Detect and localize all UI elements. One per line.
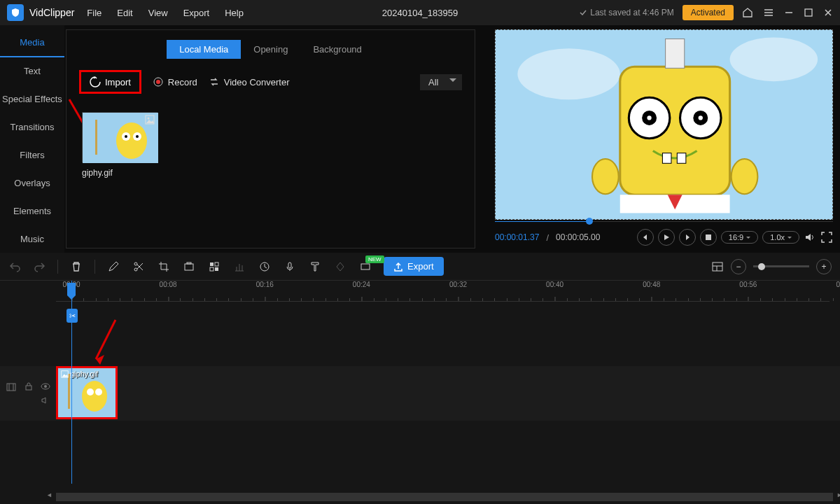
ruler-tick: 00:16 bbox=[256, 281, 274, 288]
sidebar-item-filters[interactable]: Filters bbox=[0, 141, 64, 169]
tab-opening[interactable]: Opening bbox=[241, 40, 300, 59]
activated-badge[interactable]: Activated bbox=[682, 5, 734, 20]
svg-point-13 bbox=[517, 48, 620, 99]
keyframe-tool[interactable] bbox=[333, 260, 347, 274]
svg-point-29 bbox=[134, 268, 137, 271]
close-icon[interactable] bbox=[823, 8, 833, 18]
svg-rect-42 bbox=[26, 386, 31, 390]
image-badge-icon bbox=[145, 115, 155, 125]
import-icon bbox=[90, 76, 101, 88]
main-menu: File Edit View Export Help bbox=[87, 8, 244, 18]
redo-button[interactable] bbox=[32, 260, 46, 274]
voiceover-tool[interactable] bbox=[283, 260, 297, 274]
speed-dropdown[interactable]: 1.0x bbox=[762, 231, 799, 244]
hamburger-icon[interactable] bbox=[763, 7, 774, 18]
media-filter-dropdown[interactable]: All bbox=[420, 74, 462, 90]
playhead-line bbox=[71, 281, 72, 484]
sidebar-item-effects[interactable]: Special Effects bbox=[0, 85, 64, 113]
svg-rect-40 bbox=[713, 262, 722, 271]
stop-button[interactable] bbox=[700, 229, 717, 246]
maximize-icon[interactable] bbox=[804, 8, 813, 18]
split-tool[interactable] bbox=[132, 260, 146, 274]
edit-tool[interactable] bbox=[106, 260, 120, 274]
view-mode-icon[interactable] bbox=[711, 260, 724, 273]
import-button[interactable]: Import bbox=[79, 70, 141, 94]
crop-tool[interactable] bbox=[157, 260, 171, 274]
svg-point-14 bbox=[730, 37, 818, 81]
ruler-tick: 00:40 bbox=[546, 281, 564, 288]
duration-tool[interactable] bbox=[258, 260, 272, 274]
sidebar-item-overlays[interactable]: Overlays bbox=[0, 169, 64, 197]
ruler-tick: 00:32 bbox=[449, 281, 467, 288]
export-button[interactable]: Export bbox=[384, 257, 444, 276]
svg-rect-32 bbox=[187, 262, 191, 264]
step-back-button[interactable] bbox=[637, 229, 654, 246]
sidebar-item-media[interactable]: Media bbox=[0, 29, 64, 57]
preview-scrubber[interactable] bbox=[495, 221, 833, 222]
minimize-icon[interactable] bbox=[784, 8, 794, 18]
eye-icon[interactable] bbox=[41, 382, 50, 391]
fullscreen-icon[interactable] bbox=[820, 231, 833, 244]
menu-edit[interactable]: Edit bbox=[117, 8, 132, 18]
sidebar-item-music[interactable]: Music bbox=[0, 225, 64, 253]
home-icon[interactable] bbox=[742, 7, 753, 18]
sidebar-item-text[interactable]: Text bbox=[0, 57, 64, 85]
record-button[interactable]: Record bbox=[153, 76, 197, 88]
svg-rect-9 bbox=[95, 120, 97, 155]
sidebar: Media Text Special Effects Transitions F… bbox=[0, 25, 64, 253]
svg-point-11 bbox=[148, 118, 150, 120]
zoom-in-button[interactable]: + bbox=[816, 259, 832, 274]
menu-export[interactable]: Export bbox=[183, 8, 210, 18]
svg-point-21 bbox=[699, 115, 703, 120]
svg-rect-23 bbox=[677, 153, 686, 164]
svg-point-47 bbox=[87, 388, 94, 396]
mute-icon[interactable] bbox=[41, 396, 50, 405]
timeline-clip[interactable]: giphy.gif bbox=[56, 366, 118, 419]
menu-file[interactable]: File bbox=[87, 8, 102, 18]
text-to-speech-tool[interactable] bbox=[308, 260, 322, 274]
screenshot-tool[interactable] bbox=[182, 260, 196, 274]
ruler-tick: 01:04 bbox=[836, 281, 840, 288]
timeline-scrollbar[interactable] bbox=[56, 493, 833, 501]
preview-canvas[interactable] bbox=[495, 29, 833, 220]
svg-rect-31 bbox=[185, 264, 193, 270]
lock-icon[interactable] bbox=[24, 382, 34, 391]
volume-icon[interactable] bbox=[804, 231, 816, 244]
image-badge-icon bbox=[61, 370, 69, 378]
cut-marker-icon[interactable]: ✂ bbox=[66, 309, 78, 323]
tab-local-media[interactable]: Local Media bbox=[167, 40, 241, 59]
film-icon[interactable] bbox=[6, 382, 17, 393]
document-title: 20240104_183959 bbox=[382, 8, 458, 18]
sidebar-item-transitions[interactable]: Transitions bbox=[0, 113, 64, 141]
svg-point-46 bbox=[82, 381, 107, 412]
tab-background[interactable]: Background bbox=[300, 40, 374, 59]
playhead[interactable] bbox=[67, 283, 76, 295]
svg-point-4 bbox=[116, 122, 147, 159]
undo-button[interactable] bbox=[8, 260, 22, 274]
app-name: VidClipper bbox=[29, 7, 74, 18]
check-icon bbox=[579, 8, 587, 17]
zoom-out-button[interactable]: − bbox=[731, 259, 746, 274]
svg-rect-41 bbox=[7, 384, 15, 391]
media-thumbnail[interactable]: giphy.gif bbox=[82, 112, 158, 178]
video-track[interactable] bbox=[0, 366, 840, 421]
time-current: 00:00:01.37 bbox=[495, 232, 539, 242]
sidebar-item-elements[interactable]: Elements bbox=[0, 197, 64, 225]
timeline-ruler[interactable]: 00:0000:0800:1600:2400:3200:4000:4800:56… bbox=[56, 281, 830, 302]
play-button[interactable] bbox=[658, 229, 675, 246]
titlebar: VidClipper File Edit View Export Help 20… bbox=[0, 0, 840, 25]
video-converter-button[interactable]: Video Converter bbox=[209, 76, 290, 88]
menu-view[interactable]: View bbox=[148, 8, 168, 18]
delete-button[interactable] bbox=[69, 260, 83, 274]
aspect-ratio-dropdown[interactable]: 16:9 bbox=[721, 231, 758, 244]
time-total: 00:00:05.00 bbox=[556, 232, 600, 242]
media-panel: Local Media Opening Background Import Re… bbox=[66, 29, 475, 248]
freeze-tool[interactable] bbox=[232, 260, 246, 274]
scrubber-knob[interactable] bbox=[586, 218, 593, 225]
svg-rect-28 bbox=[706, 234, 711, 240]
menu-help[interactable]: Help bbox=[225, 8, 244, 18]
zoom-slider[interactable] bbox=[753, 265, 809, 267]
mosaic-tool[interactable] bbox=[207, 260, 221, 274]
svg-point-8 bbox=[136, 135, 139, 138]
step-forward-button[interactable] bbox=[679, 229, 696, 246]
